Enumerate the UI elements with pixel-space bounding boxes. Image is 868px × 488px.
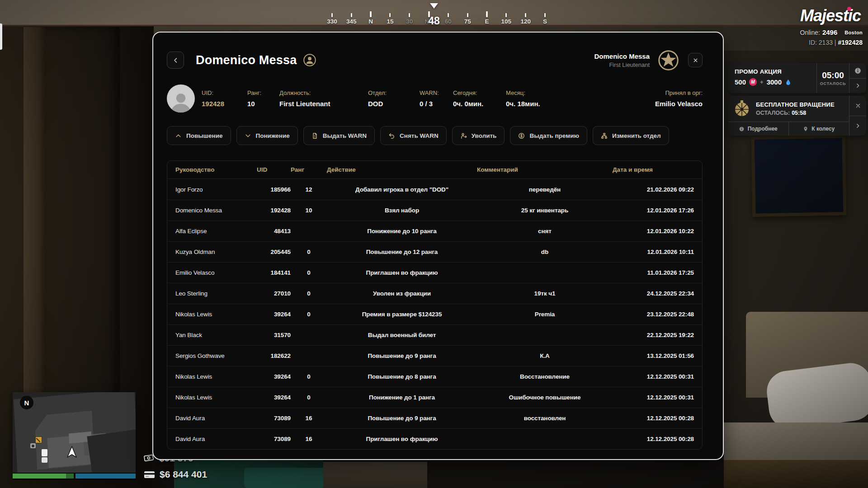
wheel-details-button[interactable]: Подробнее [728, 122, 788, 136]
cell-leader: Sergios Gothwave [175, 352, 257, 359]
info-value: 10 [247, 100, 279, 108]
faction-star-icon [658, 50, 679, 71]
promo-info-button[interactable] [849, 63, 866, 78]
table-row[interactable]: Alfa Eclipse 48413 Понижение до 10 ранга… [167, 221, 702, 241]
player-id: ID: 2133 |#192428 [800, 39, 863, 46]
cell-action: Премия в размере $124235 [327, 311, 477, 318]
compass-cell: N [361, 0, 381, 28]
action-button[interactable]: Понижение [236, 126, 298, 145]
north-indicator: N [20, 396, 33, 409]
action-button[interactable]: Снять WARN [380, 126, 447, 145]
server-hud: Majestic Online:2496 Boston ID: 2133 |#1… [800, 6, 863, 46]
cell-datetime: 12.01.2026 10:11 [613, 249, 694, 255]
cell-uid: 39264 [257, 311, 291, 318]
action-button[interactable]: Выдать WARN [303, 126, 375, 145]
table-row[interactable]: Domenico Messa 192428 10 Взял набор 25 к… [167, 200, 702, 221]
promo-expand-button[interactable] [849, 78, 866, 94]
cell-action: Понижение до 10 ранга [327, 228, 477, 235]
cell-uid: 184141 [257, 269, 291, 276]
compass-cell: 330 [322, 0, 342, 28]
cell-action: Понижение до 1 ранга [327, 394, 477, 401]
action-button[interactable]: Изменить отдел [593, 126, 669, 145]
wheel-close-button[interactable] [849, 96, 866, 116]
compass-label: 345 [342, 18, 361, 25]
compass-label: 105 [496, 18, 516, 25]
table-row[interactable]: Emilio Velasco 184141 0 Приглашен во фра… [167, 262, 702, 283]
page-title: Domenico Messa [196, 53, 297, 67]
table-row[interactable]: Sergios Gothwave 182622 Повышение до 9 р… [167, 345, 702, 366]
compass-tick [351, 13, 352, 17]
action-button[interactable]: Уволить [452, 126, 505, 145]
compass-label: 15 [380, 18, 400, 25]
table-row[interactable]: Kuzya Oldman 205445 0 Повышение до 12 ра… [167, 241, 702, 262]
table-row[interactable]: David Aura 73089 16 Приглашен во фракцию… [167, 428, 702, 449]
cell-leader: Domenico Messa [175, 207, 257, 214]
cell-comment: db [477, 249, 613, 255]
action-button[interactable]: Выдать премию [510, 126, 587, 145]
wheel-timer: ОСТАЛОСЬ:05:58 [756, 110, 835, 116]
info-field: Должность: First Lieutenant [279, 89, 368, 108]
compass-tick [331, 13, 333, 17]
compass-cell: 120 [516, 0, 535, 28]
map-blip-storage2-icon [42, 457, 47, 463]
cell-action: Выдал военный билет [327, 332, 477, 338]
table-row[interactable]: Nikolas Lewis 39264 0 Повышение до 8 ран… [167, 366, 702, 387]
screen-edge-sliver [0, 23, 2, 50]
compass-label: 30 [400, 18, 419, 25]
table-row[interactable]: Yan Black 31570 Выдал военный билет 22.1… [167, 324, 702, 345]
accepted-by-field: Принял в орг: Emilio Velasco [655, 89, 703, 108]
table-row[interactable]: Leo Sterling 27010 0 Уволен из фракции 1… [167, 283, 702, 304]
wheel-goto-button[interactable]: К колесу [788, 122, 849, 136]
cell-leader: David Aura [175, 436, 257, 442]
cell-rank: 0 [291, 269, 327, 276]
cell-datetime: 12.12.2025 00:28 [613, 436, 694, 442]
promo-title: ПРОМО АКЦИЯ [735, 68, 816, 75]
action-button[interactable]: Повышение [167, 126, 231, 145]
table-row[interactable]: Igor Forzo 185966 12 Добавил игрока в от… [167, 179, 702, 200]
action-icon [460, 132, 467, 139]
compass-tick [525, 13, 526, 17]
info-label: Отдел: [368, 89, 420, 96]
heading-marker-icon [430, 3, 438, 9]
cell-datetime: 24.12.2025 22:34 [613, 290, 694, 297]
info-field: Отдел: DOD [368, 89, 420, 108]
info-icon [854, 67, 862, 75]
cell-leader: David Aura [175, 415, 257, 422]
cell-rank: 0 [291, 394, 327, 401]
compass-cell: 75 [458, 0, 477, 28]
cell-datetime: 12.12.2025 00:28 [613, 415, 694, 422]
cell-comment: снят [477, 228, 613, 235]
column-header: UID [257, 166, 291, 173]
bank-card-icon [144, 470, 155, 479]
cell-datetime: 12.12.2025 00:31 [613, 394, 694, 401]
info-icon [739, 126, 745, 132]
info-value: First Lieutenant [279, 100, 368, 108]
health-bar [13, 474, 74, 479]
info-value: 0ч. 0мин. [453, 100, 506, 108]
promo-card: ПРОМО АКЦИЯ 500 M + 3000 05:00 ОСТАЛОСЬ [728, 63, 866, 93]
back-button[interactable] [167, 52, 184, 69]
wheel-expand-button[interactable] [849, 116, 866, 136]
cell-action: Добавил игрока в отдел "DOD" [327, 186, 477, 193]
compass-label: N [361, 18, 381, 25]
info-value: 192428 [202, 100, 247, 108]
table-row[interactable]: Nikolas Lewis 39264 0 Понижение до 1 ран… [167, 387, 702, 408]
member-position: First Lieutenant [594, 61, 650, 68]
cell-action: Повышение до 9 ранга [327, 415, 477, 422]
compass-tick [505, 13, 507, 17]
info-value: DOD [368, 100, 420, 108]
chevron-left-icon [172, 57, 179, 64]
map-blip-crate-icon [35, 436, 42, 443]
cell-leader: Emilio Velasco [175, 269, 257, 276]
cell-comment: Восстановление [477, 373, 613, 380]
panel-header: Domenico Messa Domenico Messa First Lieu… [167, 51, 703, 70]
table-row[interactable]: David Aura 73089 16 Повышение до 9 ранга… [167, 408, 702, 428]
fortune-wheel-icon [733, 100, 751, 118]
compass-label: S [535, 18, 555, 25]
cell-datetime: 12.12.2025 00:31 [613, 373, 694, 380]
table-row[interactable]: Nikolas Lewis 39264 0 Премия в размере $… [167, 304, 702, 324]
compass-heading: 48 [420, 0, 448, 29]
action-icon [518, 132, 525, 139]
close-button[interactable] [688, 53, 703, 67]
info-field: Месяц: 0ч. 18мин. [506, 89, 655, 108]
